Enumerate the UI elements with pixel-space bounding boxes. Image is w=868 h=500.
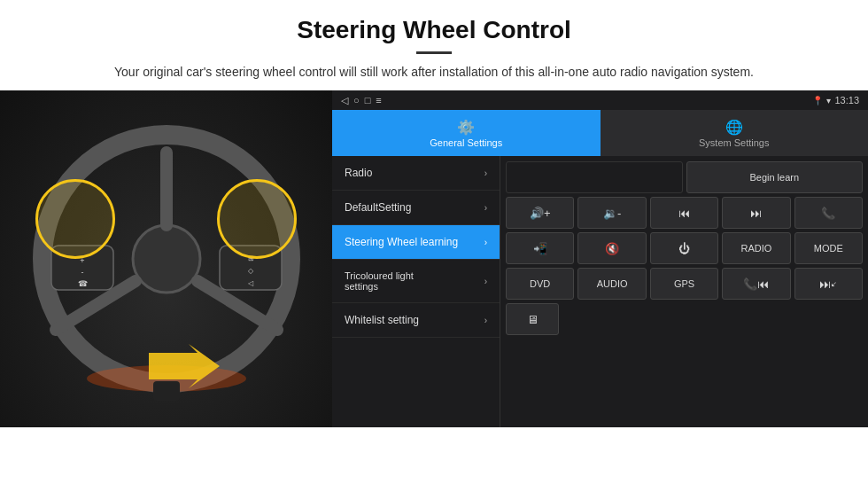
svg-text:◇: ◇ (248, 267, 254, 275)
phone-button[interactable]: 📞 (794, 197, 863, 229)
menu-item-radio[interactable]: Radio › (332, 156, 500, 191)
menu-item-steering[interactable]: Steering Wheel learning › (332, 225, 500, 260)
dvd-label: DVD (530, 278, 550, 289)
grid-row-5: 🖥 (506, 303, 863, 335)
menu-item-tricoloured[interactable]: Tricoloured lightsettings › (332, 260, 500, 303)
back-icon[interactable]: ◁ (341, 95, 348, 106)
chevron-icon: › (484, 168, 487, 178)
chevron-icon: › (484, 277, 487, 286)
screen-icon: 🖥 (527, 313, 539, 326)
menu-whitelist-label: Whitelist setting (345, 314, 419, 326)
mute-icon: 🔇 (605, 242, 619, 255)
menu-list: Radio › DefaultSetting › Steering Wheel … (332, 156, 500, 427)
tab-general-label: General Settings (430, 137, 502, 148)
mute-button[interactable]: 🔇 (577, 232, 646, 264)
chevron-icon: › (484, 316, 487, 325)
nav-icons: ◁ ○ □ ≡ (341, 95, 382, 106)
power-button[interactable]: ⏻ (650, 232, 718, 264)
tab-system-label: System Settings (699, 137, 769, 148)
chevron-icon: › (484, 203, 487, 213)
skip-icon: ⏭↙ (819, 277, 837, 291)
empty-slot-1 (506, 161, 683, 193)
radio-label: RADIO (741, 243, 772, 254)
header-description: Your original car's steering wheel contr… (53, 63, 815, 82)
gps-button[interactable]: GPS (650, 268, 718, 300)
begin-learn-button[interactable]: Begin learn (686, 161, 864, 193)
answer-button[interactable]: 📲 (506, 232, 574, 264)
dvd-button[interactable]: DVD (506, 268, 574, 300)
android-panel: ◁ ○ □ ≡ 📍 ▾ 13:13 ⚙️ General Settings 🌐 … (332, 90, 868, 427)
general-settings-icon: ⚙️ (457, 119, 475, 136)
grid-row-3: 📲 🔇 ⏻ RADIO MODE (506, 232, 863, 264)
audio-button[interactable]: AUDIO (577, 268, 646, 300)
tab-general[interactable]: ⚙️ General Settings (332, 110, 601, 156)
menu-icon[interactable]: ≡ (376, 95, 381, 105)
chevron-icon: › (484, 238, 487, 247)
mode-label: MODE (814, 243, 843, 254)
vol-down-button[interactable]: 🔉- (577, 197, 646, 229)
wifi-icon: ▾ (826, 96, 831, 105)
svg-text:☎: ☎ (77, 279, 87, 288)
svg-point-1 (133, 225, 200, 293)
phone-icon: 📞 (821, 207, 835, 220)
svg-text:-: - (81, 268, 83, 277)
phone-prev-button[interactable]: 📞⏮ (722, 268, 790, 300)
vol-up-button[interactable]: 🔊+ (506, 197, 574, 229)
skip-button[interactable]: ⏭↙ (794, 268, 863, 300)
steering-wheel-bg: + - ☎ ⊞ ◇ ◁ (0, 90, 332, 427)
prev-button[interactable]: ⏮ (650, 197, 718, 229)
recent-icon[interactable]: □ (365, 95, 371, 105)
system-settings-icon: 🌐 (725, 119, 743, 136)
answer-icon: 📲 (533, 242, 547, 255)
menu-item-whitelist[interactable]: Whitelist setting › (332, 303, 500, 338)
content-area: + - ☎ ⊞ ◇ ◁ (0, 90, 868, 427)
next-button[interactable]: ⏭ (722, 197, 790, 229)
mode-button[interactable]: MODE (794, 232, 863, 264)
power-icon: ⏻ (678, 242, 690, 255)
vol-down-icon: 🔉- (603, 207, 621, 220)
screen-button[interactable]: 🖥 (506, 303, 559, 335)
vol-up-icon: 🔊+ (530, 207, 551, 220)
menu-steering-label: Steering Wheel learning (345, 236, 458, 248)
radio-button[interactable]: RADIO (722, 232, 790, 264)
home-icon[interactable]: ○ (353, 95, 360, 105)
prev-icon: ⏮ (678, 207, 690, 220)
menu-default-label: DefaultSetting (345, 201, 411, 214)
tab-bar: ⚙️ General Settings 🌐 System Settings (332, 110, 868, 156)
main-content: Radio › DefaultSetting › Steering Wheel … (332, 156, 868, 427)
page-header: Steering Wheel Control Your original car… (0, 0, 868, 90)
svg-text:◁: ◁ (248, 279, 254, 287)
title-divider (416, 51, 452, 54)
next-icon: ⏭ (750, 207, 762, 220)
phone-prev-icon: 📞⏮ (743, 277, 769, 291)
callout-left (35, 179, 115, 259)
gps-label: GPS (674, 278, 694, 289)
arrow-overlay (149, 344, 220, 392)
status-right: 📍 ▾ 13:13 (812, 95, 859, 105)
menu-item-default[interactable]: DefaultSetting › (332, 191, 500, 225)
clock: 13:13 (834, 95, 859, 105)
menu-radio-label: Radio (345, 167, 372, 179)
control-grid: Begin learn 🔊+ 🔉- ⏮ ⏭ (500, 156, 868, 427)
callout-right (217, 179, 297, 259)
steering-wheel-panel: + - ☎ ⊞ ◇ ◁ (0, 90, 332, 427)
status-bar: ◁ ○ □ ≡ 📍 ▾ 13:13 (332, 90, 868, 110)
grid-row-2: 🔊+ 🔉- ⏮ ⏭ 📞 (506, 197, 863, 229)
svg-marker-15 (149, 344, 220, 388)
grid-row-4: DVD AUDIO GPS 📞⏮ ⏭↙ (506, 268, 863, 300)
tab-system[interactable]: 🌐 System Settings (601, 110, 869, 156)
page-title: Steering Wheel Control (53, 16, 815, 44)
grid-row-1: Begin learn (506, 161, 863, 193)
menu-tricoloured-label: Tricoloured lightsettings (345, 270, 414, 292)
location-icon: 📍 (812, 96, 823, 105)
audio-label: AUDIO (597, 278, 628, 289)
